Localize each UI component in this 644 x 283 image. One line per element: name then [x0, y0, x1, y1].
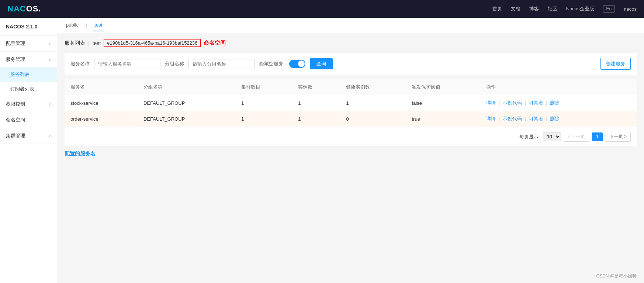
cell-0: order-service [65, 111, 138, 127]
cell-4: 1 [340, 95, 406, 111]
cell-1: DEFAULT_GROUP [138, 111, 235, 127]
col-threshold: 触发保护阈值 [406, 79, 480, 95]
cell-actions: 详情 | 示例代码 | 订阅者 | 删除 [480, 111, 637, 127]
watermark: CSDN @是程小姐呀 [596, 273, 637, 279]
service-name-input[interactable] [94, 59, 160, 69]
col-instance-count: 实例数 [292, 79, 340, 95]
content-area: 服务列表 | test e190b1d5-316a-465a-ba16-193b… [57, 33, 644, 163]
sidebar-item-cluster[interactable]: 集群管理 [0, 128, 57, 144]
cell-0: stock-service [65, 95, 138, 111]
hide-empty-label: 隐藏空服务: [259, 61, 285, 67]
user-name: nacos [624, 6, 637, 12]
nav-blog[interactable]: 博客 [529, 6, 539, 12]
tab-test[interactable]: test [93, 19, 104, 31]
cell-4: 0 [340, 111, 406, 127]
nav-docs[interactable]: 文档 [511, 6, 520, 12]
action-订阅者[interactable]: 订阅者 [529, 100, 543, 106]
nav-enterprise[interactable]: Nacos企业版 [566, 6, 594, 12]
namespace-prefix: test [93, 40, 101, 46]
prev-page-button[interactable]: < 上一页 [564, 132, 589, 142]
service-name-annotation-area: 配置的服务名 [65, 151, 637, 157]
cell-5: true [406, 111, 480, 127]
table-header: 服务名 分组名称 集群数目 实例数 健康实例数 触发保护阈值 操作 [65, 79, 637, 95]
top-navigation: NACOS. 首页 文档 博客 社区 Nacos企业版 En nacos [0, 0, 644, 18]
current-page-button[interactable]: 1 [592, 132, 603, 141]
cell-3: 1 [292, 111, 340, 127]
action-删除[interactable]: 删除 [550, 116, 560, 121]
cell-actions: 详情 | 示例代码 | 订阅者 | 删除 [480, 95, 637, 111]
sidebar-item-service-mgmt[interactable]: 服务管理 [0, 52, 57, 68]
cell-3: 1 [292, 95, 340, 111]
hide-empty-toggle[interactable] [289, 60, 305, 68]
table-row: order-serviceDEFAULT_GROUP110true详情 | 示例… [65, 111, 637, 127]
action-详情[interactable]: 详情 [486, 116, 496, 121]
nav-links: 首页 文档 博客 社区 Nacos企业版 En nacos [492, 5, 637, 13]
group-name-label: 分组名称 [165, 61, 184, 67]
cell-2: 1 [235, 95, 292, 111]
sidebar-item-namespace[interactable]: 命名空间 [0, 112, 57, 128]
cell-2: 1 [235, 111, 292, 127]
sidebar-item-service-list[interactable]: 服务列表 [0, 68, 57, 82]
next-page-button[interactable]: 下一页 > [606, 132, 631, 142]
table-body: stock-serviceDEFAULT_GROUP111false详情 | 示… [65, 95, 637, 127]
logo: NACOS. [7, 4, 41, 14]
col-actions: 操作 [480, 79, 637, 95]
sidebar-item-subscribers[interactable]: 订阅者列表 [0, 82, 57, 96]
service-name-label: 服务名称 [70, 61, 90, 67]
pagination-bar: 每页显示: 10 20 50 < 上一页 1 下一页 > [65, 127, 637, 146]
col-healthy-count: 健康实例数 [340, 79, 406, 95]
col-cluster-count: 集群数目 [235, 79, 292, 95]
action-示例代码[interactable]: 示例代码 [503, 100, 522, 106]
col-service-name: 服务名 [65, 79, 138, 95]
action-详情[interactable]: 详情 [486, 100, 496, 106]
lang-button[interactable]: En [603, 5, 615, 13]
namespace-id: e190b1d5-316a-465a-ba16-193baf152236 [104, 39, 201, 47]
action-订阅者[interactable]: 订阅者 [529, 116, 543, 121]
page-header: 服务列表 | test e190b1d5-316a-465a-ba16-193b… [65, 39, 637, 47]
service-table: 服务名 分组名称 集群数目 实例数 健康实例数 触发保护阈值 操作 stock-… [65, 79, 637, 127]
breadcrumb-service-list: 服务列表 [65, 40, 85, 46]
table-row: stock-serviceDEFAULT_GROUP111false详情 | 示… [65, 95, 637, 111]
nav-community[interactable]: 社区 [548, 6, 557, 12]
sidebar-version: NACOS 2.1.0 [0, 18, 57, 36]
cell-5: false [406, 95, 480, 111]
service-name-annotation: 配置的服务名 [65, 151, 96, 156]
page-size-select[interactable]: 10 20 50 [543, 132, 561, 141]
col-group-name: 分组名称 [138, 79, 235, 95]
group-name-input[interactable] [188, 59, 255, 69]
namespace-annotation: 命名空间 [204, 39, 226, 46]
page-size-label: 每页显示: [519, 134, 540, 140]
search-bar: 服务名称 分组名称 隐藏空服务: 查询 创建服务 [65, 53, 637, 75]
action-删除[interactable]: 删除 [550, 100, 560, 106]
nav-home[interactable]: 首页 [492, 6, 502, 12]
sidebar: NACOS 2.1.0 配置管理 服务管理 服务列表 订阅者列表 权限控制 命名… [0, 18, 57, 283]
query-button[interactable]: 查询 [310, 58, 333, 69]
sidebar-item-auth[interactable]: 权限控制 [0, 96, 57, 112]
service-table-wrapper: 服务名 分组名称 集群数目 实例数 健康实例数 触发保护阈值 操作 stock-… [65, 79, 637, 146]
tab-public[interactable]: public [65, 19, 80, 31]
sidebar-item-config[interactable]: 配置管理 [0, 36, 57, 52]
main-content: public | test 服务列表 | test e190b1d5-316a-… [57, 18, 644, 283]
app-layout: NACOS 2.1.0 配置管理 服务管理 服务列表 订阅者列表 权限控制 命名… [0, 18, 644, 283]
tabs-bar: public | test [57, 18, 644, 33]
create-service-button[interactable]: 创建服务 [600, 58, 631, 70]
cell-1: DEFAULT_GROUP [138, 95, 235, 111]
action-示例代码[interactable]: 示例代码 [503, 116, 522, 121]
